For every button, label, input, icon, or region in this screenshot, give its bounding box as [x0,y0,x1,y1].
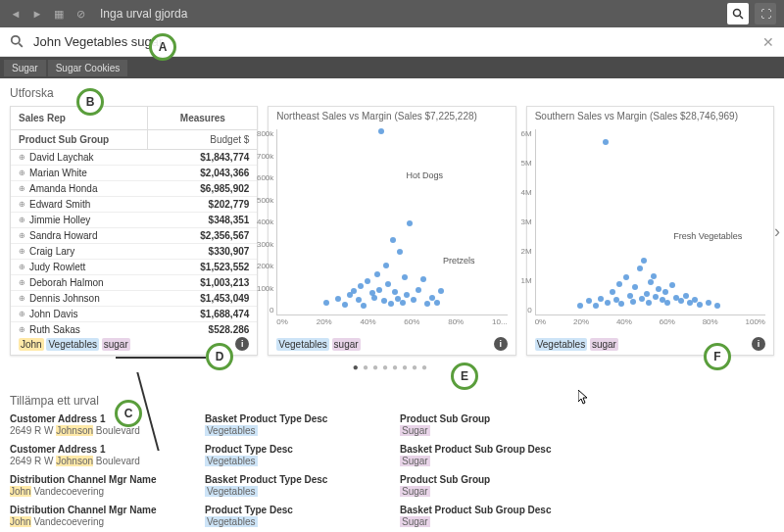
table-row[interactable]: ⊕David Laychak$1,843,774 [11,150,257,166]
expand-icon[interactable]: ⊕ [19,169,25,177]
table-row[interactable]: ⊕Deborah Halmon$1,003,213 [11,275,257,291]
suggestion-chip[interactable]: Sugar [4,60,46,76]
y-axis: 6M5M4M3M2M1M0 [507,129,532,314]
apply-item[interactable]: Basket Product Sub Group DescSugar [400,505,579,527]
annotation-badge-e: E [451,363,478,390]
expand-icon[interactable]: ⊕ [19,200,25,209]
pagination-dots[interactable]: ●●●●●●●● [10,356,774,378]
apply-heading: Product Sub Group [400,413,579,424]
next-icon[interactable]: › [774,220,780,241]
apply-value: Vegetables [205,425,384,436]
row-name: John Davis [29,309,77,319]
apply-item[interactable]: Basket Product Type DescVegetables [205,474,384,497]
row-name: Ruth Sakas [29,324,80,333]
expand-icon[interactable]: ⊕ [19,184,25,193]
apply-heading: Basket Product Sub Group Desc [400,505,579,515]
clear-icon[interactable]: ⊘ [73,6,88,22]
apply-item[interactable]: Product Type DescVegetables [205,444,384,466]
table-card[interactable]: Sales Rep Measures Product Sub Group Bud… [10,106,258,356]
explore-heading: Utforska [10,86,774,100]
table-row[interactable]: ⊕Dennis Johnson$1,453,049 [11,291,257,307]
expand-icon[interactable]: ⊕ [19,153,25,162]
apply-item[interactable]: Basket Product Sub Group DescSugar [400,444,579,466]
row-name: Edward Smith [29,199,90,210]
expand-button[interactable]: ⛶ [755,3,776,24]
apply-value: John Vandecoevering [10,516,189,527]
expand-icon[interactable]: ⊕ [19,263,25,271]
close-icon[interactable]: ✕ [762,34,774,50]
apply-value: Sugar [400,425,579,436]
table-row[interactable]: ⊕John Davis$1,688,474 [11,307,257,322]
x-axis: 0%20%40%60%80%10... [276,315,507,328]
forward-icon[interactable]: ► [29,6,45,22]
apply-item[interactable] [595,474,774,497]
expand-icon[interactable]: ⊕ [19,294,25,303]
top-toolbar: ◄ ► ▦ ⊘ Inga urval gjorda ⛶ [0,0,784,27]
expand-icon[interactable]: ⊕ [19,216,25,224]
table-row[interactable]: ⊕Marian White$2,043,366 [11,166,257,181]
chart-card-southern[interactable]: Southern Sales vs Margin (Sales $28,746,… [526,106,774,356]
apply-value: Vegetables [205,516,384,527]
chart-title: Southern Sales vs Margin (Sales $28,746,… [527,107,773,125]
suggestion-bar: Sugar Sugar Cookies [0,57,784,78]
search-button[interactable] [727,3,749,24]
expand-icon[interactable]: ⊕ [19,247,25,256]
row-name: Jimmie Holley [29,215,90,225]
card-tags: John Vegetables sugar [19,339,130,350]
apply-item[interactable]: Basket Product Type DescVegetables [205,413,384,436]
expand-icon[interactable]: ⊕ [19,231,25,240]
y-axis: 800k700k600k500k400k300k200k100k0 [248,129,273,314]
apply-item[interactable]: Distribution Channel Mgr NameJohn Vandec… [10,474,189,497]
apply-item[interactable]: Product Sub GroupSugar [400,413,579,436]
apply-item[interactable] [595,413,774,436]
expand-icon[interactable]: ⊕ [19,310,25,318]
annotation-line [116,357,206,359]
table-row[interactable]: ⊕Edward Smith$202,779 [11,197,257,213]
back-icon[interactable]: ◄ [8,6,24,22]
info-icon[interactable]: i [752,337,765,351]
row-value: $2,043,366 [148,166,257,180]
table-row[interactable]: ⊕Amanda Honda$6,985,902 [11,181,257,197]
apply-heading: Distribution Channel Mgr Name [10,505,189,515]
apply-value: John Vandecoevering [10,486,189,497]
apply-item[interactable] [595,505,774,527]
svg-line-1 [740,16,743,19]
table-body: ⊕David Laychak$1,843,774⊕Marian White$2,… [11,150,257,333]
row-value: $348,351 [148,213,257,227]
apply-item[interactable]: Distribution Channel Mgr NameJohn Vandec… [10,505,189,527]
info-icon[interactable]: i [494,337,508,351]
row-name: David Laychak [29,152,94,163]
annotation-badge-a: A [149,33,176,61]
selection-icon[interactable]: ▦ [51,6,67,22]
table-row[interactable]: ⊕Judy Rowlett$1,523,552 [11,260,257,275]
row-name: Craig Lary [29,246,74,257]
row-name: Dennis Johnson [29,293,100,304]
suggestion-chip[interactable]: Sugar Cookies [48,60,128,76]
row-value: $1,523,552 [148,260,257,274]
table-row[interactable]: ⊕Jimmie Holley$348,351 [11,213,257,228]
row-name: Sandra Howard [29,230,97,241]
search-icon [10,34,25,50]
row-name: Marian White [29,168,87,178]
info-icon[interactable]: i [235,337,249,351]
chart-card-northeast[interactable]: Northeast Sales vs Margin (Sales $7,225,… [268,106,515,356]
svg-point-2 [12,35,20,43]
apply-item[interactable]: Product Type DescVegetables [205,505,384,527]
nav-buttons: ◄ ► ▦ ⊘ [8,6,88,22]
apply-heading: Product Type Desc [205,505,384,515]
search-input[interactable] [33,34,762,49]
apply-item[interactable]: Product Sub GroupSugar [400,474,579,497]
table-row[interactable]: ⊕Craig Lary$330,907 [11,244,257,260]
apply-item[interactable] [595,444,774,466]
table-row[interactable]: ⊕Sandra Howard$2,356,567 [11,228,257,244]
row-value: $1,843,774 [148,150,257,165]
expand-icon[interactable]: ⊕ [19,278,25,287]
annotation-badge-f: F [704,343,731,370]
table-row[interactable]: ⊕Ruth Sakas$528,286 [11,322,257,333]
row-value: $1,688,474 [148,307,257,321]
scatter-plot: 6M5M4M3M2M1M0 Fresh Vegetables [535,129,765,315]
card-tags: Vegetables sugar [276,339,360,350]
chart-label: Pretzels [443,256,475,266]
chart-label: Hot Dogs [407,170,444,180]
expand-icon[interactable]: ⊕ [19,325,25,333]
